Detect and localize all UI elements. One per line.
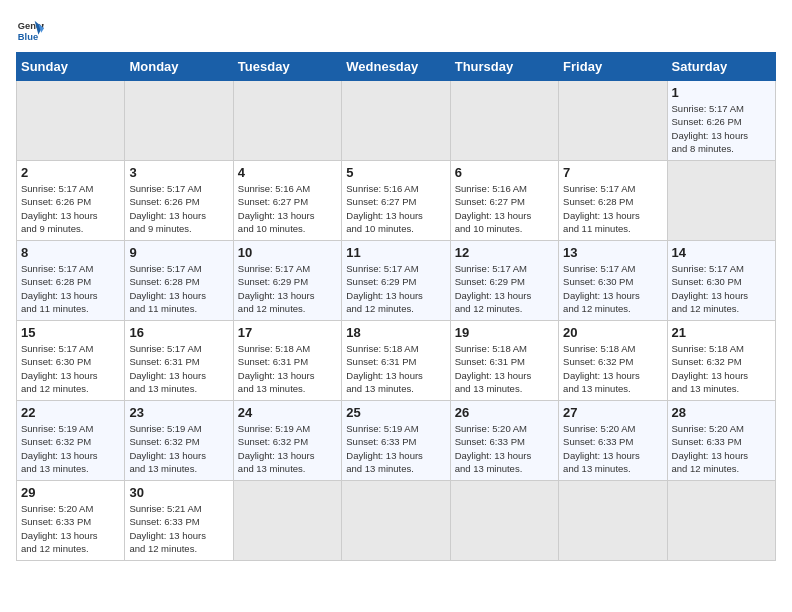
day-info: Sunrise: 5:17 AM Sunset: 6:28 PM Dayligh…	[563, 182, 662, 235]
day-info: Sunrise: 5:20 AM Sunset: 6:33 PM Dayligh…	[672, 422, 771, 475]
column-header-monday: Monday	[125, 53, 233, 81]
calendar-cell: 13Sunrise: 5:17 AM Sunset: 6:30 PM Dayli…	[559, 241, 667, 321]
day-info: Sunrise: 5:21 AM Sunset: 6:33 PM Dayligh…	[129, 502, 228, 555]
day-info: Sunrise: 5:17 AM Sunset: 6:28 PM Dayligh…	[129, 262, 228, 315]
day-number: 14	[672, 245, 771, 260]
logo: General Blue	[16, 16, 48, 44]
day-number: 20	[563, 325, 662, 340]
svg-text:Blue: Blue	[18, 32, 38, 42]
calendar-cell	[233, 81, 341, 161]
calendar-cell: 24Sunrise: 5:19 AM Sunset: 6:32 PM Dayli…	[233, 401, 341, 481]
calendar-table: SundayMondayTuesdayWednesdayThursdayFrid…	[16, 52, 776, 561]
calendar-cell	[559, 481, 667, 561]
day-info: Sunrise: 5:17 AM Sunset: 6:30 PM Dayligh…	[672, 262, 771, 315]
day-number: 16	[129, 325, 228, 340]
calendar-cell: 30Sunrise: 5:21 AM Sunset: 6:33 PM Dayli…	[125, 481, 233, 561]
day-number: 29	[21, 485, 120, 500]
day-number: 24	[238, 405, 337, 420]
day-number: 6	[455, 165, 554, 180]
day-info: Sunrise: 5:17 AM Sunset: 6:29 PM Dayligh…	[455, 262, 554, 315]
calendar-cell	[233, 481, 341, 561]
day-info: Sunrise: 5:16 AM Sunset: 6:27 PM Dayligh…	[238, 182, 337, 235]
day-number: 10	[238, 245, 337, 260]
day-number: 11	[346, 245, 445, 260]
day-info: Sunrise: 5:17 AM Sunset: 6:26 PM Dayligh…	[129, 182, 228, 235]
day-number: 8	[21, 245, 120, 260]
calendar-week-3: 15Sunrise: 5:17 AM Sunset: 6:30 PM Dayli…	[17, 321, 776, 401]
day-info: Sunrise: 5:17 AM Sunset: 6:30 PM Dayligh…	[563, 262, 662, 315]
day-info: Sunrise: 5:20 AM Sunset: 6:33 PM Dayligh…	[455, 422, 554, 475]
day-number: 17	[238, 325, 337, 340]
day-number: 1	[672, 85, 771, 100]
day-number: 3	[129, 165, 228, 180]
day-info: Sunrise: 5:17 AM Sunset: 6:31 PM Dayligh…	[129, 342, 228, 395]
calendar-cell: 1Sunrise: 5:17 AM Sunset: 6:26 PM Daylig…	[667, 81, 775, 161]
day-number: 21	[672, 325, 771, 340]
day-info: Sunrise: 5:18 AM Sunset: 6:32 PM Dayligh…	[672, 342, 771, 395]
column-header-sunday: Sunday	[17, 53, 125, 81]
day-info: Sunrise: 5:20 AM Sunset: 6:33 PM Dayligh…	[563, 422, 662, 475]
calendar-week-4: 22Sunrise: 5:19 AM Sunset: 6:32 PM Dayli…	[17, 401, 776, 481]
day-number: 19	[455, 325, 554, 340]
day-number: 9	[129, 245, 228, 260]
calendar-cell: 14Sunrise: 5:17 AM Sunset: 6:30 PM Dayli…	[667, 241, 775, 321]
calendar-cell: 21Sunrise: 5:18 AM Sunset: 6:32 PM Dayli…	[667, 321, 775, 401]
day-number: 30	[129, 485, 228, 500]
calendar-cell	[450, 481, 558, 561]
calendar-cell: 17Sunrise: 5:18 AM Sunset: 6:31 PM Dayli…	[233, 321, 341, 401]
day-info: Sunrise: 5:18 AM Sunset: 6:31 PM Dayligh…	[346, 342, 445, 395]
calendar-cell: 25Sunrise: 5:19 AM Sunset: 6:33 PM Dayli…	[342, 401, 450, 481]
calendar-cell: 27Sunrise: 5:20 AM Sunset: 6:33 PM Dayli…	[559, 401, 667, 481]
calendar-cell	[667, 481, 775, 561]
calendar-cell: 16Sunrise: 5:17 AM Sunset: 6:31 PM Dayli…	[125, 321, 233, 401]
calendar-cell: 26Sunrise: 5:20 AM Sunset: 6:33 PM Dayli…	[450, 401, 558, 481]
day-number: 7	[563, 165, 662, 180]
calendar-cell: 8Sunrise: 5:17 AM Sunset: 6:28 PM Daylig…	[17, 241, 125, 321]
day-number: 4	[238, 165, 337, 180]
day-number: 23	[129, 405, 228, 420]
day-info: Sunrise: 5:19 AM Sunset: 6:32 PM Dayligh…	[238, 422, 337, 475]
calendar-cell: 3Sunrise: 5:17 AM Sunset: 6:26 PM Daylig…	[125, 161, 233, 241]
column-header-friday: Friday	[559, 53, 667, 81]
column-header-saturday: Saturday	[667, 53, 775, 81]
calendar-cell	[450, 81, 558, 161]
calendar-cell: 15Sunrise: 5:17 AM Sunset: 6:30 PM Dayli…	[17, 321, 125, 401]
day-info: Sunrise: 5:18 AM Sunset: 6:32 PM Dayligh…	[563, 342, 662, 395]
day-info: Sunrise: 5:17 AM Sunset: 6:30 PM Dayligh…	[21, 342, 120, 395]
day-info: Sunrise: 5:17 AM Sunset: 6:26 PM Dayligh…	[672, 102, 771, 155]
day-info: Sunrise: 5:18 AM Sunset: 6:31 PM Dayligh…	[238, 342, 337, 395]
calendar-cell: 6Sunrise: 5:16 AM Sunset: 6:27 PM Daylig…	[450, 161, 558, 241]
calendar-cell: 29Sunrise: 5:20 AM Sunset: 6:33 PM Dayli…	[17, 481, 125, 561]
day-info: Sunrise: 5:17 AM Sunset: 6:29 PM Dayligh…	[238, 262, 337, 315]
day-info: Sunrise: 5:16 AM Sunset: 6:27 PM Dayligh…	[346, 182, 445, 235]
day-number: 15	[21, 325, 120, 340]
day-info: Sunrise: 5:19 AM Sunset: 6:32 PM Dayligh…	[129, 422, 228, 475]
calendar-cell: 19Sunrise: 5:18 AM Sunset: 6:31 PM Dayli…	[450, 321, 558, 401]
day-number: 5	[346, 165, 445, 180]
day-number: 2	[21, 165, 120, 180]
calendar-week-0: 1Sunrise: 5:17 AM Sunset: 6:26 PM Daylig…	[17, 81, 776, 161]
calendar-week-2: 8Sunrise: 5:17 AM Sunset: 6:28 PM Daylig…	[17, 241, 776, 321]
day-info: Sunrise: 5:17 AM Sunset: 6:29 PM Dayligh…	[346, 262, 445, 315]
calendar-week-1: 2Sunrise: 5:17 AM Sunset: 6:26 PM Daylig…	[17, 161, 776, 241]
calendar-cell: 20Sunrise: 5:18 AM Sunset: 6:32 PM Dayli…	[559, 321, 667, 401]
calendar-cell: 5Sunrise: 5:16 AM Sunset: 6:27 PM Daylig…	[342, 161, 450, 241]
calendar-cell: 22Sunrise: 5:19 AM Sunset: 6:32 PM Dayli…	[17, 401, 125, 481]
header: General Blue	[16, 16, 776, 44]
calendar-cell: 4Sunrise: 5:16 AM Sunset: 6:27 PM Daylig…	[233, 161, 341, 241]
calendar-cell: 23Sunrise: 5:19 AM Sunset: 6:32 PM Dayli…	[125, 401, 233, 481]
day-number: 27	[563, 405, 662, 420]
calendar-cell	[342, 81, 450, 161]
calendar-cell: 18Sunrise: 5:18 AM Sunset: 6:31 PM Dayli…	[342, 321, 450, 401]
calendar-cell: 11Sunrise: 5:17 AM Sunset: 6:29 PM Dayli…	[342, 241, 450, 321]
calendar-cell: 9Sunrise: 5:17 AM Sunset: 6:28 PM Daylig…	[125, 241, 233, 321]
calendar-cell: 12Sunrise: 5:17 AM Sunset: 6:29 PM Dayli…	[450, 241, 558, 321]
calendar-cell: 7Sunrise: 5:17 AM Sunset: 6:28 PM Daylig…	[559, 161, 667, 241]
logo-icon: General Blue	[16, 16, 44, 44]
calendar-cell	[342, 481, 450, 561]
calendar-cell: 2Sunrise: 5:17 AM Sunset: 6:26 PM Daylig…	[17, 161, 125, 241]
calendar-cell	[559, 81, 667, 161]
calendar-cell: 28Sunrise: 5:20 AM Sunset: 6:33 PM Dayli…	[667, 401, 775, 481]
day-number: 26	[455, 405, 554, 420]
day-number: 28	[672, 405, 771, 420]
